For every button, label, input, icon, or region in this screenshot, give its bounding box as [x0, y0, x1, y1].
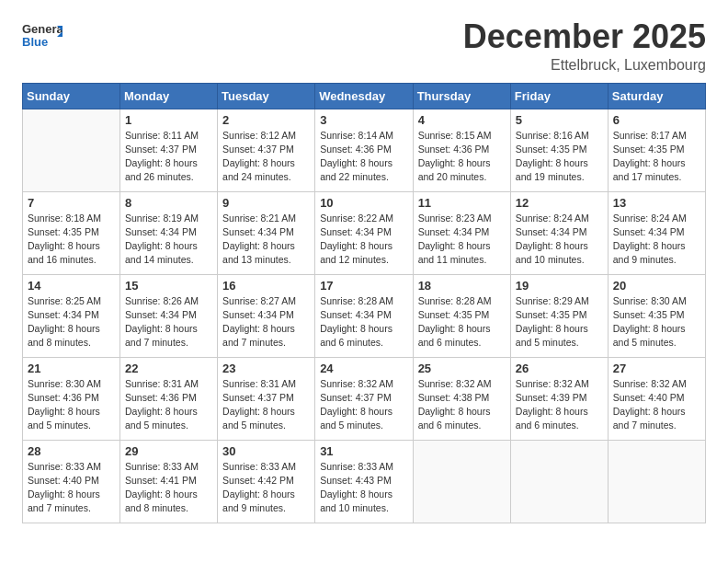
calendar-cell: 20Sunrise: 8:30 AMSunset: 4:35 PMDayligh…	[608, 274, 705, 357]
calendar-cell: 26Sunrise: 8:32 AMSunset: 4:39 PMDayligh…	[510, 357, 608, 440]
day-number: 6	[613, 113, 700, 127]
logo-icon: General Blue	[22, 18, 63, 52]
day-info: Sunrise: 8:31 AMSunset: 4:37 PMDaylight:…	[222, 377, 310, 433]
calendar-cell: 14Sunrise: 8:25 AMSunset: 4:34 PMDayligh…	[23, 274, 120, 357]
day-number: 7	[28, 196, 115, 210]
calendar-cell	[23, 109, 120, 191]
day-number: 1	[125, 113, 212, 127]
day-number: 18	[418, 279, 506, 293]
day-number: 5	[516, 113, 603, 127]
calendar-cell: 8Sunrise: 8:19 AMSunset: 4:34 PMDaylight…	[120, 191, 218, 274]
calendar-cell: 1Sunrise: 8:11 AMSunset: 4:37 PMDaylight…	[120, 109, 218, 191]
weekday-header-thursday: Thursday	[413, 83, 510, 109]
day-info: Sunrise: 8:32 AMSunset: 4:40 PMDaylight:…	[613, 377, 700, 433]
location-subtitle: Ettelbruck, Luxembourg	[463, 57, 706, 74]
calendar-table: SundayMondayTuesdayWednesdayThursdayFrid…	[22, 83, 706, 523]
calendar-cell: 9Sunrise: 8:21 AMSunset: 4:34 PMDaylight…	[218, 191, 315, 274]
day-info: Sunrise: 8:19 AMSunset: 4:34 PMDaylight:…	[125, 212, 212, 268]
day-number: 13	[613, 196, 700, 210]
calendar-week-0: 1Sunrise: 8:11 AMSunset: 4:37 PMDaylight…	[23, 109, 706, 191]
month-title: December 2025	[463, 18, 706, 55]
calendar-week-1: 7Sunrise: 8:18 AMSunset: 4:35 PMDaylight…	[23, 191, 706, 274]
calendar-header: SundayMondayTuesdayWednesdayThursdayFrid…	[23, 83, 706, 109]
calendar-cell: 13Sunrise: 8:24 AMSunset: 4:34 PMDayligh…	[608, 191, 705, 274]
day-info: Sunrise: 8:25 AMSunset: 4:34 PMDaylight:…	[28, 294, 115, 350]
day-info: Sunrise: 8:24 AMSunset: 4:34 PMDaylight:…	[613, 212, 700, 268]
calendar-cell: 6Sunrise: 8:17 AMSunset: 4:35 PMDaylight…	[608, 109, 705, 191]
calendar-cell: 7Sunrise: 8:18 AMSunset: 4:35 PMDaylight…	[23, 191, 120, 274]
calendar-cell: 16Sunrise: 8:27 AMSunset: 4:34 PMDayligh…	[218, 274, 315, 357]
page-header: General Blue December 2025 Ettelbruck, L…	[22, 18, 706, 74]
day-number: 10	[320, 196, 407, 210]
day-number: 20	[613, 279, 700, 293]
day-info: Sunrise: 8:31 AMSunset: 4:36 PMDaylight:…	[125, 377, 212, 433]
day-info: Sunrise: 8:18 AMSunset: 4:35 PMDaylight:…	[28, 212, 115, 268]
calendar-cell: 4Sunrise: 8:15 AMSunset: 4:36 PMDaylight…	[413, 109, 510, 191]
day-info: Sunrise: 8:12 AMSunset: 4:37 PMDaylight:…	[222, 129, 310, 185]
calendar-cell	[413, 440, 510, 523]
day-number: 16	[222, 279, 310, 293]
calendar-cell: 2Sunrise: 8:12 AMSunset: 4:37 PMDaylight…	[218, 109, 315, 191]
weekday-header-friday: Friday	[510, 83, 608, 109]
calendar-cell: 27Sunrise: 8:32 AMSunset: 4:40 PMDayligh…	[608, 357, 705, 440]
svg-text:General: General	[22, 22, 63, 36]
day-info: Sunrise: 8:17 AMSunset: 4:35 PMDaylight:…	[613, 129, 700, 185]
day-number: 2	[222, 113, 310, 127]
day-number: 21	[28, 362, 115, 375]
calendar-cell: 24Sunrise: 8:32 AMSunset: 4:37 PMDayligh…	[315, 357, 413, 440]
calendar-cell	[608, 440, 705, 523]
calendar-cell: 18Sunrise: 8:28 AMSunset: 4:35 PMDayligh…	[413, 274, 510, 357]
day-number: 30	[222, 444, 310, 458]
calendar-cell: 31Sunrise: 8:33 AMSunset: 4:43 PMDayligh…	[315, 440, 413, 523]
weekday-header-saturday: Saturday	[608, 83, 705, 109]
day-number: 4	[418, 113, 506, 127]
weekday-header-row: SundayMondayTuesdayWednesdayThursdayFrid…	[23, 83, 706, 109]
calendar-week-2: 14Sunrise: 8:25 AMSunset: 4:34 PMDayligh…	[23, 274, 706, 357]
day-number: 9	[222, 196, 310, 210]
weekday-header-sunday: Sunday	[23, 83, 120, 109]
calendar-week-3: 21Sunrise: 8:30 AMSunset: 4:36 PMDayligh…	[23, 357, 706, 440]
day-number: 14	[28, 279, 115, 293]
day-info: Sunrise: 8:29 AMSunset: 4:35 PMDaylight:…	[516, 294, 603, 350]
day-info: Sunrise: 8:33 AMSunset: 4:42 PMDaylight:…	[222, 460, 310, 516]
day-info: Sunrise: 8:28 AMSunset: 4:35 PMDaylight:…	[418, 294, 506, 350]
weekday-header-monday: Monday	[120, 83, 218, 109]
calendar-cell: 12Sunrise: 8:24 AMSunset: 4:34 PMDayligh…	[510, 191, 608, 274]
day-number: 22	[125, 362, 212, 375]
day-info: Sunrise: 8:22 AMSunset: 4:34 PMDaylight:…	[320, 212, 407, 268]
day-number: 8	[125, 196, 212, 210]
day-number: 25	[418, 362, 506, 375]
day-info: Sunrise: 8:33 AMSunset: 4:41 PMDaylight:…	[125, 460, 212, 516]
svg-text:Blue: Blue	[22, 35, 48, 49]
calendar-cell: 11Sunrise: 8:23 AMSunset: 4:34 PMDayligh…	[413, 191, 510, 274]
logo: General Blue	[22, 18, 63, 52]
day-info: Sunrise: 8:24 AMSunset: 4:34 PMDaylight:…	[516, 212, 603, 268]
calendar-cell: 10Sunrise: 8:22 AMSunset: 4:34 PMDayligh…	[315, 191, 413, 274]
day-number: 24	[320, 362, 407, 375]
calendar-cell: 17Sunrise: 8:28 AMSunset: 4:34 PMDayligh…	[315, 274, 413, 357]
calendar-week-4: 28Sunrise: 8:33 AMSunset: 4:40 PMDayligh…	[23, 440, 706, 523]
weekday-header-tuesday: Tuesday	[218, 83, 315, 109]
calendar-cell: 15Sunrise: 8:26 AMSunset: 4:34 PMDayligh…	[120, 274, 218, 357]
day-info: Sunrise: 8:26 AMSunset: 4:34 PMDaylight:…	[125, 294, 212, 350]
day-info: Sunrise: 8:16 AMSunset: 4:35 PMDaylight:…	[516, 129, 603, 185]
calendar-cell: 23Sunrise: 8:31 AMSunset: 4:37 PMDayligh…	[218, 357, 315, 440]
day-number: 26	[516, 362, 603, 375]
day-number: 23	[222, 362, 310, 375]
day-number: 11	[418, 196, 506, 210]
day-number: 19	[516, 279, 603, 293]
day-number: 31	[320, 444, 407, 458]
day-info: Sunrise: 8:33 AMSunset: 4:43 PMDaylight:…	[320, 460, 407, 516]
day-info: Sunrise: 8:30 AMSunset: 4:35 PMDaylight:…	[613, 294, 700, 350]
day-info: Sunrise: 8:32 AMSunset: 4:39 PMDaylight:…	[516, 377, 603, 433]
day-info: Sunrise: 8:14 AMSunset: 4:36 PMDaylight:…	[320, 129, 407, 185]
calendar-cell: 3Sunrise: 8:14 AMSunset: 4:36 PMDaylight…	[315, 109, 413, 191]
day-info: Sunrise: 8:28 AMSunset: 4:34 PMDaylight:…	[320, 294, 407, 350]
calendar-cell: 30Sunrise: 8:33 AMSunset: 4:42 PMDayligh…	[218, 440, 315, 523]
calendar-cell: 28Sunrise: 8:33 AMSunset: 4:40 PMDayligh…	[23, 440, 120, 523]
day-info: Sunrise: 8:21 AMSunset: 4:34 PMDaylight:…	[222, 212, 310, 268]
day-info: Sunrise: 8:11 AMSunset: 4:37 PMDaylight:…	[125, 129, 212, 185]
day-number: 17	[320, 279, 407, 293]
calendar-cell	[510, 440, 608, 523]
calendar-cell: 19Sunrise: 8:29 AMSunset: 4:35 PMDayligh…	[510, 274, 608, 357]
